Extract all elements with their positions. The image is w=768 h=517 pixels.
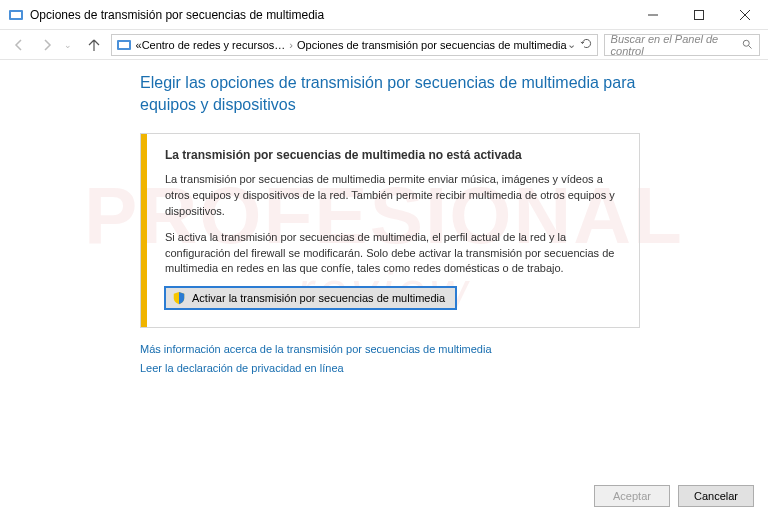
history-dropdown[interactable]: ⌄: [64, 40, 77, 50]
breadcrumb-seg1[interactable]: Centro de redes y recursos…: [142, 39, 286, 51]
privacy-link[interactable]: Leer la declaración de privacidad en lín…: [140, 359, 768, 378]
ok-button: Aceptar: [594, 485, 670, 507]
info-paragraph-1: La transmisión por secuencias de multime…: [165, 172, 621, 220]
search-icon: [741, 38, 753, 52]
activate-streaming-button[interactable]: Activar la transmisión por secuencias de…: [165, 287, 456, 309]
svg-rect-7: [119, 42, 129, 48]
app-icon: [8, 7, 24, 23]
window-title: Opciones de transmisión por secuencias d…: [30, 8, 630, 22]
address-bar[interactable]: « Centro de redes y recursos… › Opciones…: [111, 34, 598, 56]
minimize-button[interactable]: [630, 0, 676, 29]
back-button[interactable]: [8, 33, 30, 57]
up-button[interactable]: [83, 33, 105, 57]
info-title: La transmisión por secuencias de multime…: [165, 148, 621, 162]
shield-icon: [172, 291, 186, 305]
search-placeholder: Buscar en el Panel de control: [611, 33, 741, 57]
more-info-link[interactable]: Más información acerca de la transmisión…: [140, 340, 768, 359]
control-panel-icon: [116, 37, 132, 53]
nav-toolbar: ⌄ « Centro de redes y recursos… › Opcion…: [0, 30, 768, 60]
close-button[interactable]: [722, 0, 768, 29]
svg-rect-3: [695, 10, 704, 19]
forward-button[interactable]: [36, 33, 58, 57]
chevron-right-icon: ›: [289, 39, 293, 51]
search-input[interactable]: Buscar en el Panel de control: [604, 34, 760, 56]
maximize-button[interactable]: [676, 0, 722, 29]
info-paragraph-2: Si activa la transmisión por secuencias …: [165, 230, 621, 278]
chevron-down-icon[interactable]: ⌄: [567, 38, 576, 51]
activate-button-label: Activar la transmisión por secuencias de…: [192, 292, 445, 304]
info-box: La transmisión por secuencias de multime…: [140, 133, 640, 329]
footer-buttons: Aceptar Cancelar: [594, 485, 754, 507]
svg-point-8: [743, 40, 749, 46]
breadcrumb-seg2[interactable]: Opciones de transmisión por secuencias d…: [297, 39, 567, 51]
svg-line-9: [749, 45, 752, 48]
cancel-button[interactable]: Cancelar: [678, 485, 754, 507]
content-area: Elegir las opciones de transmisión por s…: [0, 60, 768, 378]
links-section: Más información acerca de la transmisión…: [140, 340, 768, 377]
svg-rect-1: [11, 12, 21, 18]
titlebar: Opciones de transmisión por secuencias d…: [0, 0, 768, 30]
page-heading: Elegir las opciones de transmisión por s…: [140, 72, 660, 117]
refresh-icon[interactable]: [580, 37, 593, 52]
